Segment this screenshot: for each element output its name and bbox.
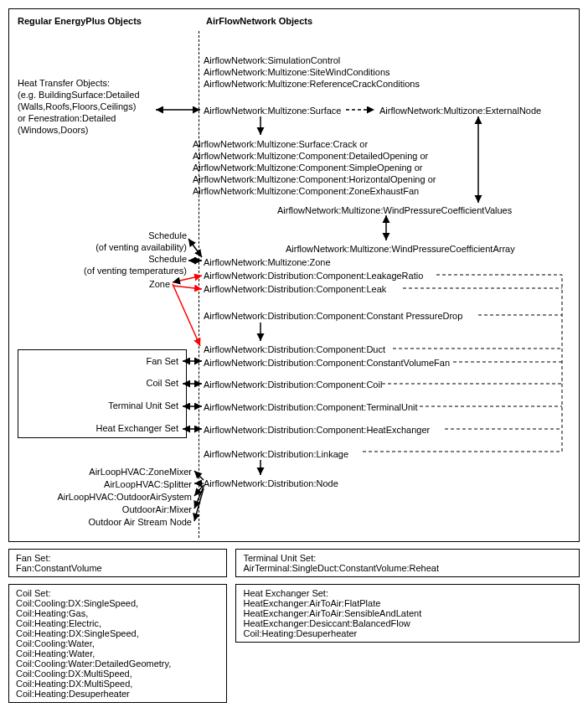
heat-ex-set-item-0: HeatExchanger:AirToAir:FlatPlate bbox=[243, 598, 572, 608]
coil-set-item-0: Coil:Cooling:DX:SingleSpeed, bbox=[16, 598, 219, 608]
afn-node: AirflowNetwork:Distribution:Node bbox=[204, 478, 338, 488]
afn-simple-opening: AirflowNetwork:Multizone:Component:Simpl… bbox=[193, 163, 423, 173]
fan-set-label: Fan Set bbox=[146, 356, 178, 366]
coil-set-box: Coil Set: Coil:Cooling:DX:SingleSpeed, C… bbox=[8, 584, 227, 703]
afn-heat-ex: AirflowNetwork:Distribution:Component:He… bbox=[204, 425, 430, 435]
coil-set-item-3: Coil:Heating:DX:SingleSpeed, bbox=[16, 628, 219, 638]
afn-linkage: AirflowNetwork:Distribution:Linkage bbox=[204, 449, 348, 459]
terminal-set-item-0: AirTerminal:SingleDuct:ConstantVolume:Re… bbox=[243, 563, 572, 573]
afn-exhaust-fan: AirflowNetwork:Multizone:Component:ZoneE… bbox=[193, 186, 419, 196]
svg-line-7 bbox=[173, 276, 202, 282]
svg-line-9 bbox=[173, 284, 200, 346]
coil-set-item-6: Coil:Cooling:Water:DetailedGeometry, bbox=[16, 658, 219, 669]
afn-detailed-opening: AirflowNetwork:Multizone:Component:Detai… bbox=[193, 151, 428, 161]
afn-ext-node: AirflowNetwork:Multizone:ExternalNode bbox=[379, 106, 541, 116]
sched-avail-sub: (of venting availability) bbox=[95, 242, 187, 252]
heat-transfer-line3: (Walls,Roofs,Floors,Ceilings) bbox=[18, 101, 136, 111]
heat-transfer-line2: (e.g. BuildingSurface:Detailed bbox=[18, 90, 140, 100]
coil-set-item-5: Coil:Heating:Water, bbox=[16, 648, 219, 658]
afn-leak-ratio: AirflowNetwork:Distribution:Component:Le… bbox=[204, 271, 423, 281]
coil-set-item-9: Coil:Heating:Desuperheater bbox=[16, 689, 219, 699]
fan-set-title: Fan Set: bbox=[16, 553, 219, 563]
heat-ex-set-item-1: HeatExchanger:AirToAir:SensibleAndLatent bbox=[243, 608, 572, 618]
heat-ex-set-label: Heat Exchanger Set bbox=[96, 423, 178, 433]
heat-ex-set-box: Heat Exchanger Set: HeatExchanger:AirToA… bbox=[235, 584, 580, 643]
sched-temp-sub: (of venting temperatures) bbox=[84, 266, 187, 276]
oa-system: AirLoopHVAC:OutdoorAirSystem bbox=[57, 492, 192, 502]
heat-transfer-line5: (Windows,Doors) bbox=[18, 125, 88, 135]
afn-ref-crack: AirflowNetwork:Multizone:ReferenceCrackC… bbox=[204, 79, 420, 89]
afn-duct: AirflowNetwork:Distribution:Component:Du… bbox=[204, 344, 385, 354]
main-diagram-box: Regular EnergyPlus Objects AirFlowNetwor… bbox=[8, 8, 580, 542]
terminal-set-box: Terminal Unit Set: AirTerminal:SingleDuc… bbox=[235, 549, 580, 577]
coil-set-item-4: Coil:Cooling:Water, bbox=[16, 638, 219, 648]
afn-wind-coef-array: AirflowNetwork:Multizone:WindPressureCoe… bbox=[286, 244, 515, 254]
heat-ex-set-title: Heat Exchanger Set: bbox=[243, 588, 572, 598]
fan-set-item-0: Fan:ConstantVolume bbox=[16, 563, 219, 573]
coil-set-item-2: Coil:Heating:Electric, bbox=[16, 618, 219, 628]
oa-stream: Outdoor Air Stream Node bbox=[88, 517, 192, 527]
svg-line-8 bbox=[173, 286, 202, 289]
heat-transfer-line1: Heat Transfer Objects: bbox=[18, 78, 110, 88]
afn-site-wind: AirflowNetwork:Multizone:SiteWindConditi… bbox=[204, 67, 390, 77]
afn-sim-control: AirflowNetwork:SimulationControl bbox=[204, 55, 340, 65]
sched-avail: Schedule bbox=[148, 230, 187, 240]
afn-const-pressure: AirflowNetwork:Distribution:Component:Co… bbox=[204, 311, 462, 321]
coil-set-item-8: Coil:Heating:DX:MultiSpeed, bbox=[16, 679, 219, 689]
afn-horiz-opening: AirflowNetwork:Multizone:Component:Horiz… bbox=[193, 174, 436, 184]
afn-mz-surface: AirflowNetwork:Multizone:Surface bbox=[204, 106, 341, 116]
sched-temp: Schedule bbox=[148, 254, 187, 264]
diagram-container: Regular EnergyPlus Objects AirFlowNetwor… bbox=[8, 8, 580, 703]
coil-set-item-7: Coil:Cooling:DX:MultiSpeed, bbox=[16, 669, 219, 679]
heat-ex-set-item-3: Coil:Heating:Desuperheater bbox=[243, 628, 572, 638]
zone-mixer: AirLoopHVAC:ZoneMixer bbox=[89, 467, 192, 477]
coil-set-item-1: Coil:Heating:Gas, bbox=[16, 608, 219, 618]
splitter: AirLoopHVAC:Splitter bbox=[104, 479, 192, 489]
oa-mixer: OutdoorAir:Mixer bbox=[122, 504, 192, 514]
afn-leak: AirflowNetwork:Distribution:Component:Le… bbox=[204, 284, 386, 294]
fan-set-box: Fan Set: Fan:ConstantVolume bbox=[8, 549, 227, 577]
afn-terminal: AirflowNetwork:Distribution:Component:Te… bbox=[204, 402, 418, 412]
coil-set-label: Coil Set bbox=[146, 378, 178, 388]
bottom-row-1: Fan Set: Fan:ConstantVolume Terminal Uni… bbox=[8, 549, 580, 577]
afn-cv-fan: AirflowNetwork:Distribution:Component:Co… bbox=[204, 358, 450, 368]
afn-mz-zone: AirflowNetwork:Multizone:Zone bbox=[204, 257, 331, 267]
header-right: AirFlowNetwork Objects bbox=[206, 16, 312, 26]
header-left: Regular EnergyPlus Objects bbox=[18, 16, 142, 26]
svg-line-5 bbox=[188, 239, 202, 257]
vertical-divider bbox=[199, 31, 199, 538]
heat-transfer-line4: or Fenestration:Detailed bbox=[18, 113, 116, 123]
terminal-set-label: Terminal Unit Set bbox=[108, 400, 178, 411]
afn-coil: AirflowNetwork:Distribution:Component:Co… bbox=[204, 380, 382, 390]
afn-wind-coef-values: AirflowNetwork:Multizone:WindPressureCoe… bbox=[277, 205, 512, 215]
bottom-row-2: Coil Set: Coil:Cooling:DX:SingleSpeed, C… bbox=[8, 584, 580, 703]
coil-set-title: Coil Set: bbox=[16, 588, 219, 598]
afn-crack: AirflowNetwork:Multizone:Surface:Crack o… bbox=[193, 139, 368, 149]
heat-ex-set-item-2: HeatExchanger:Desiccant:BalancedFlow bbox=[243, 618, 572, 628]
zone-label: Zone bbox=[149, 279, 170, 289]
terminal-set-title: Terminal Unit Set: bbox=[243, 553, 572, 563]
